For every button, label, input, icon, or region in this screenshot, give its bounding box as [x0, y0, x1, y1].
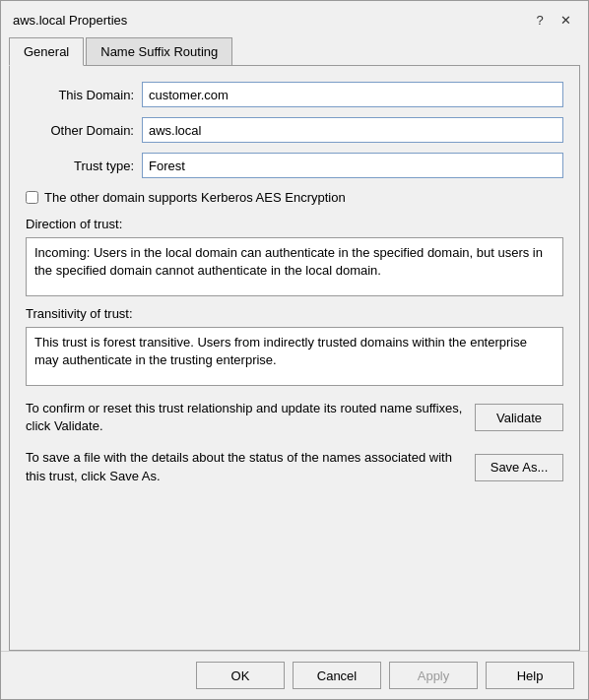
title-bar-right: ? ✕ [529, 9, 576, 31]
title-bar-left: aws.local Properties [13, 13, 127, 28]
other-domain-input[interactable] [142, 117, 563, 143]
this-domain-input[interactable] [142, 82, 563, 107]
transitivity-label: Transitivity of trust: [26, 306, 563, 321]
close-button[interactable]: ✕ [555, 9, 576, 31]
other-domain-label: Other Domain: [26, 123, 134, 138]
trust-type-label: Trust type: [26, 159, 134, 173]
dialog-title: aws.local Properties [13, 13, 127, 28]
cancel-button[interactable]: Cancel [293, 662, 381, 689]
this-domain-label: This Domain: [26, 88, 134, 102]
transitivity-text: This trust is forest transitive. Users f… [26, 327, 563, 386]
validate-button[interactable]: Validate [475, 404, 563, 431]
dialog-window: aws.local Properties ? ✕ General Name Su… [0, 0, 589, 700]
tab-bar: General Name Suffix Routing [1, 36, 588, 65]
title-bar: aws.local Properties ? ✕ [1, 1, 588, 36]
saveas-row: To save a file with the details about th… [26, 449, 563, 484]
help-footer-button[interactable]: Help [486, 662, 574, 689]
trust-type-row: Trust type: [26, 153, 563, 178]
ok-button[interactable]: OK [196, 662, 285, 689]
kerberos-checkbox[interactable] [26, 191, 38, 204]
this-domain-row: This Domain: [26, 82, 563, 107]
kerberos-checkbox-row: The other domain supports Kerberos AES E… [26, 188, 563, 207]
validate-row: To confirm or reset this trust relations… [26, 400, 563, 435]
other-domain-row: Other Domain: [26, 117, 563, 143]
tab-content: This Domain: Other Domain: Trust type: T… [9, 65, 580, 651]
saveas-button[interactable]: Save As... [475, 454, 563, 481]
direction-label: Direction of trust: [26, 217, 563, 231]
direction-section: Direction of trust: Incoming: Users in t… [26, 217, 563, 296]
direction-text: Incoming: Users in the local domain can … [26, 237, 563, 296]
validate-description: To confirm or reset this trust relations… [26, 400, 463, 435]
tab-general[interactable]: General [9, 37, 84, 66]
transitivity-section: Transitivity of trust: This trust is for… [26, 306, 563, 386]
help-button[interactable]: ? [529, 9, 551, 31]
saveas-description: To save a file with the details about th… [26, 449, 463, 484]
kerberos-label: The other domain supports Kerberos AES E… [44, 190, 346, 205]
trust-type-input[interactable] [142, 153, 563, 178]
apply-button[interactable]: Apply [389, 662, 478, 689]
dialog-footer: OK Cancel Apply Help [1, 651, 588, 699]
tab-name-suffix-routing[interactable]: Name Suffix Routing [86, 37, 232, 66]
